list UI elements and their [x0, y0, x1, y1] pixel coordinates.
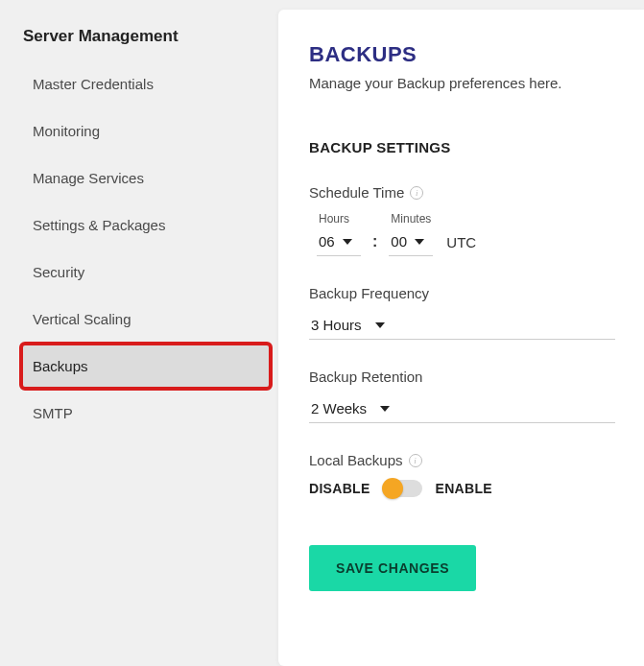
backup-retention-select[interactable]: 2 Weeks	[309, 396, 615, 423]
time-separator: :	[370, 233, 379, 256]
local-backups-toggle-row: DISABLE ENABLE	[309, 480, 615, 497]
backup-retention-label: Backup Retention	[309, 369, 422, 385]
backup-frequency-select[interactable]: 3 Hours	[309, 313, 615, 340]
schedule-time-row: Hours 06 : Minutes 00 UTC	[309, 212, 615, 256]
local-backups-toggle[interactable]	[384, 480, 422, 497]
schedule-time-group: Schedule Time i Hours 06 : Minutes 00 UT…	[309, 184, 615, 256]
backup-frequency-label: Backup Frequency	[309, 285, 429, 301]
info-icon[interactable]: i	[409, 454, 422, 467]
minutes-column: Minutes 00	[389, 212, 433, 256]
sidebar-item-security[interactable]: Security	[23, 251, 269, 293]
hours-value: 06	[319, 233, 335, 250]
info-icon[interactable]: i	[410, 186, 423, 200]
backup-frequency-value: 3 Hours	[311, 317, 362, 333]
chevron-down-icon	[380, 406, 390, 412]
sidebar-item-master-credentials[interactable]: Master Credentials	[23, 63, 269, 105]
sidebar-item-backups[interactable]: Backups	[23, 345, 269, 387]
schedule-time-label-text: Schedule Time	[309, 184, 404, 201]
backup-frequency-group: Backup Frequency 3 Hours	[309, 285, 615, 340]
minutes-value: 00	[391, 233, 407, 250]
backup-retention-group: Backup Retention 2 Weeks	[309, 369, 615, 423]
sidebar-item-monitoring[interactable]: Monitoring	[23, 110, 269, 152]
page-subtitle: Manage your Backup preferences here.	[309, 75, 615, 91]
chevron-down-icon	[375, 322, 385, 328]
local-backups-label-text: Local Backups	[309, 452, 403, 468]
enable-label: ENABLE	[436, 481, 492, 496]
chevron-down-icon	[343, 239, 352, 245]
hours-mini-label: Hours	[317, 212, 361, 226]
minutes-mini-label: Minutes	[389, 212, 433, 226]
hours-select[interactable]: 06	[317, 229, 361, 256]
save-changes-button[interactable]: SAVE CHANGES	[309, 545, 476, 591]
minutes-select[interactable]: 00	[389, 229, 433, 256]
timezone-label: UTC	[442, 234, 476, 256]
toggle-knob	[382, 478, 403, 499]
local-backups-label: Local Backups i	[309, 452, 422, 468]
page-title: BACKUPS	[309, 42, 615, 67]
sidebar-item-smtp[interactable]: SMTP	[23, 392, 269, 434]
hours-column: Hours 06	[317, 212, 361, 256]
sidebar-title: Server Management	[23, 27, 269, 46]
disable-label: DISABLE	[309, 481, 370, 496]
chevron-down-icon	[415, 239, 424, 245]
sidebar-item-manage-services[interactable]: Manage Services	[23, 157, 269, 199]
main-panel: BACKUPS Manage your Backup preferences h…	[278, 10, 644, 666]
section-title-backup-settings: BACKUP SETTINGS	[309, 139, 615, 155]
local-backups-group: Local Backups i DISABLE ENABLE	[309, 452, 615, 497]
schedule-time-label: Schedule Time i	[309, 184, 423, 201]
backup-retention-value: 2 Weeks	[311, 400, 367, 416]
sidebar: Server Management Master Credentials Mon…	[0, 0, 278, 666]
sidebar-item-vertical-scaling[interactable]: Vertical Scaling	[23, 298, 269, 340]
sidebar-item-settings-packages[interactable]: Settings & Packages	[23, 204, 269, 246]
